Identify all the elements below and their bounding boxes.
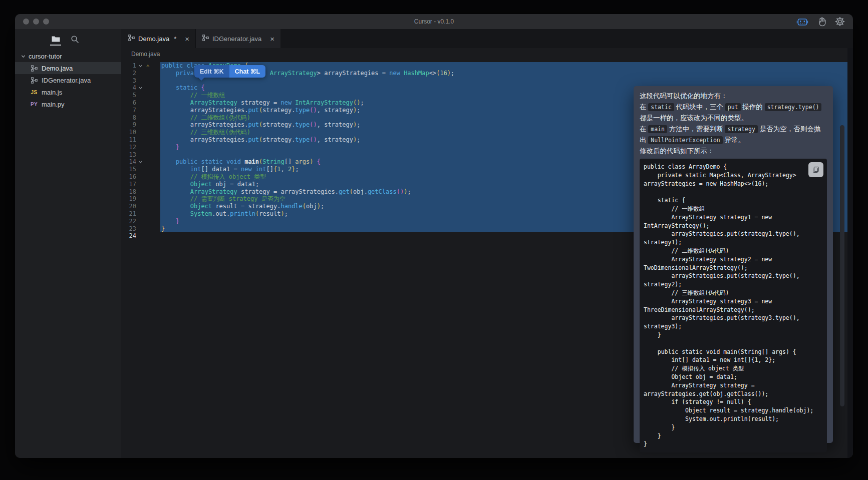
file-main-js[interactable]: JSmain.js — [15, 86, 121, 98]
chat-panel-scrollbar[interactable] — [840, 125, 844, 406]
java-class-icon — [202, 35, 209, 43]
zoom-window-button[interactable] — [43, 19, 49, 25]
tab-close-icon[interactable]: × — [270, 35, 274, 43]
gutter-line-4[interactable]: 4 — [121, 84, 160, 92]
gutter-line-9[interactable]: 9 — [121, 121, 160, 129]
file-main-py[interactable]: PYmain.py — [15, 98, 121, 110]
js-icon: JS — [30, 89, 38, 96]
line-number: 11 — [121, 136, 136, 144]
chat-text: 都是一样的，应该改为不同的类型。 — [640, 114, 748, 122]
gutter-line-18[interactable]: 18 — [121, 188, 160, 196]
gutter-line-7[interactable]: 7 — [121, 107, 160, 114]
line-number: 4 — [121, 84, 136, 92]
line-number: 20 — [121, 203, 136, 210]
gutter-line-11[interactable]: 11 — [121, 136, 160, 144]
edit-command-button[interactable]: Edit ⌘K — [194, 65, 229, 78]
gutter-line-15[interactable]: 15 — [121, 166, 160, 173]
chat-paragraph: 在 static 代码块中，三个 put 操作的 strategy.type()… — [640, 102, 827, 124]
chat-text: 这段代码可以优化的地方有： — [640, 92, 728, 100]
copy-icon — [813, 167, 819, 173]
chat-text: 修改后的代码如下所示： — [640, 147, 714, 155]
app-window: Cursor - v0.1.0 — [15, 14, 853, 458]
line-number: 16 — [121, 173, 136, 181]
copy-code-button[interactable] — [808, 162, 823, 177]
chat-text: 操作的 — [741, 103, 765, 111]
folder-cursor-tutor[interactable]: cursor-tutor — [15, 50, 121, 62]
sidebar: cursor-tutor Demo.javaIDGenerator.javaJS… — [15, 29, 121, 458]
gutter-line-13[interactable]: 13 — [121, 151, 160, 159]
line-number: 12 — [121, 144, 136, 151]
java-class-icon — [30, 65, 38, 72]
line-number: 14 — [121, 158, 136, 166]
line-number: 1 — [121, 62, 136, 70]
chat-text: 在 — [640, 103, 648, 111]
activity-bar — [15, 29, 121, 49]
warning-icon: ⚠ — [145, 62, 157, 70]
chat-paragraph: 这段代码可以优化的地方有： — [640, 91, 827, 102]
gutter-line-14[interactable]: 14 — [121, 158, 160, 166]
gutter-line-22[interactable]: 22 — [121, 218, 160, 225]
gutter-line-12[interactable]: 12 — [121, 144, 160, 151]
inline-ai-tooltip: Edit ⌘K Chat ⌘L — [194, 65, 265, 78]
chat-text: 代码块中，三个 — [674, 103, 725, 111]
inline-code-chip: static — [648, 103, 674, 111]
gutter-line-16[interactable]: 16 — [121, 173, 160, 181]
line-number: 21 — [121, 210, 136, 218]
fold-chevron-icon[interactable] — [136, 86, 145, 90]
tab-bar: Demo.java*×IDGenerator.java× — [121, 29, 853, 48]
line-number: 24 — [121, 232, 136, 240]
close-window-button[interactable] — [23, 19, 29, 25]
line-number: 23 — [121, 225, 136, 233]
fold-chevron-icon[interactable] — [136, 64, 145, 68]
gutter-line-6[interactable]: 6 — [121, 99, 160, 107]
line-number: 3 — [121, 77, 136, 85]
tab-close-icon[interactable]: × — [185, 35, 189, 43]
chat-text: 方法中，需要判断 — [667, 125, 725, 133]
gutter-line-1[interactable]: 1⚠ — [121, 62, 160, 70]
tab-idgenerator-java[interactable]: IDGenerator.java× — [195, 29, 280, 48]
line-number: 5 — [121, 92, 136, 99]
code-line-3[interactable] — [160, 77, 853, 85]
gutter-line-21[interactable]: 21 — [121, 210, 160, 218]
file-explorer: cursor-tutor Demo.javaIDGenerator.javaJS… — [15, 50, 121, 110]
tab-label: IDGenerator.java — [212, 35, 261, 43]
gutter-line-19[interactable]: 19 — [121, 195, 160, 203]
fold-chevron-icon[interactable] — [136, 160, 145, 164]
file-label: main.js — [42, 89, 62, 96]
gutter-line-23[interactable]: 23 — [121, 225, 160, 233]
search-icon[interactable] — [69, 33, 80, 46]
files-icon[interactable] — [50, 33, 61, 46]
window-title: Cursor - v0.1.0 — [15, 18, 853, 25]
file-idgenerator-java[interactable]: IDGenerator.java — [15, 74, 121, 86]
line-number: 22 — [121, 218, 136, 225]
gutter-line-8[interactable]: 8 — [121, 114, 160, 122]
gutter-line-24[interactable]: 24 — [121, 232, 160, 240]
gutter-line-17[interactable]: 17 — [121, 181, 160, 188]
gutter-line-5[interactable]: 5 — [121, 92, 160, 99]
gutter-line-2[interactable]: 2 — [121, 70, 160, 77]
editor-scrollbar-track[interactable] — [847, 48, 853, 458]
gutter-line-20[interactable]: 20 — [121, 203, 160, 210]
file-demo-java[interactable]: Demo.java — [15, 62, 121, 74]
settings-gear-icon[interactable] — [835, 17, 845, 27]
minimize-window-button[interactable] — [33, 19, 39, 25]
chat-command-button[interactable]: Chat ⌘L — [229, 65, 265, 78]
tab-demo-java[interactable]: Demo.java*× — [121, 29, 195, 48]
line-number-gutter: 1⚠23456789101112131415161718192021222324 — [121, 60, 160, 458]
chat-code-block: public class ArrayDemo { private static … — [640, 159, 827, 452]
breadcrumb[interactable]: Demo.java — [121, 48, 853, 60]
line-number: 18 — [121, 188, 136, 196]
chat-code-text: public class ArrayDemo { private static … — [644, 163, 823, 448]
hand-wave-icon[interactable] — [816, 17, 827, 27]
py-icon: PY — [30, 101, 38, 108]
line-number: 8 — [121, 114, 136, 122]
inline-code-chip: main — [648, 125, 667, 133]
tab-label: Demo.java — [138, 35, 169, 43]
line-number: 17 — [121, 181, 136, 188]
line-number: 10 — [121, 129, 136, 136]
file-label: IDGenerator.java — [42, 77, 91, 84]
robot-icon[interactable] — [796, 17, 808, 27]
gutter-line-3[interactable]: 3 — [121, 77, 160, 85]
line-number: 19 — [121, 195, 136, 203]
gutter-line-10[interactable]: 10 — [121, 129, 160, 136]
